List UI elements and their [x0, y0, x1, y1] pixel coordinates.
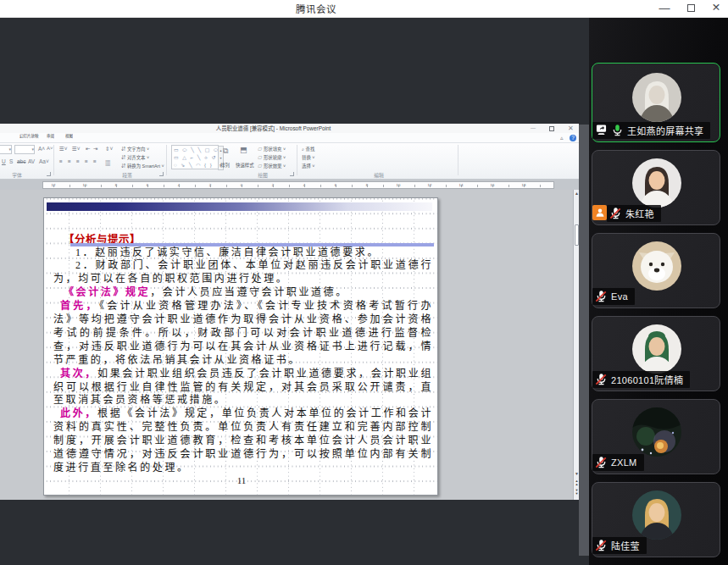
participant-avatar [632, 241, 681, 291]
ppt-tab-4[interactable]: 视图 [65, 133, 73, 138]
ppt-help-icon[interactable]: ? [570, 135, 576, 141]
ruler-tick [477, 185, 478, 187]
participant-tile-5[interactable]: ZXLM [592, 399, 720, 474]
align-left-icon[interactable]: ≡ [59, 158, 63, 164]
font-size-combo[interactable] [14, 145, 35, 154]
increase-indent-icon[interactable]: ⇥ [93, 146, 97, 152]
shape-button-3[interactable]: ▱ 形状效果 ˅ [258, 163, 286, 169]
edit-button-1[interactable]: ⌕ 查找 [302, 146, 314, 152]
ribbon-collapse-icon[interactable]: ▵ [560, 136, 567, 141]
participant-avatar [632, 158, 681, 208]
participant-label-row: 陆佳莹 [592, 537, 647, 554]
ribbon-dialog-launcher[interactable] [290, 172, 294, 176]
ruler-tick [414, 185, 415, 187]
ppt-minimize-button[interactable]: — [531, 124, 536, 133]
ppt-window-title: 人员职业道德 [兼容模式] - Microsoft PowerPoint [55, 125, 492, 132]
participant-label-row: ZXLM [592, 454, 644, 471]
columns-icon[interactable]: ▦ [105, 158, 111, 167]
mic-on-icon [611, 124, 624, 136]
participant-name-strip: Eva [592, 288, 635, 305]
distribute-icon[interactable]: ≡ [93, 158, 97, 164]
participant-tile-3[interactable]: Eva [592, 233, 720, 308]
align-right-icon[interactable]: ≡ [76, 158, 80, 164]
slide-paragraph-4: 首先，《会计从业资格管理办法》、《会计专业技术资格考试暂行办法》等均把遵守会计职… [53, 300, 433, 368]
ppt-ribbon-tabs: ▵ ? 动画幻灯片放映审阅视图 [0, 133, 579, 143]
ribbon-dialog-launcher[interactable] [159, 172, 164, 176]
ribbon-group-separator [458, 145, 458, 175]
shape-button-1[interactable]: ▱ 形状填充 ˅ [258, 146, 286, 152]
ppt-close-button[interactable]: ✕ [568, 124, 574, 133]
paragraph-button-1[interactable]: ⇵ 文字方向 ˅ [121, 146, 149, 152]
ruler-tick [258, 185, 258, 187]
char-spacing-icon[interactable]: AV [28, 158, 35, 164]
justify-icon[interactable]: ≡ [85, 158, 88, 164]
sidebar-divider[interactable] [579, 125, 589, 556]
strikethrough-icon[interactable]: abc [17, 158, 25, 164]
ruler-tick [446, 185, 447, 187]
window-close-button[interactable]: ✕ [705, 0, 727, 17]
ruler-tick [164, 185, 164, 187]
ppt-tab-2[interactable]: 幻灯片放映 [19, 133, 38, 138]
ribbon-group-separator [166, 145, 167, 175]
participant-name: 王如燕的屏幕共享 [627, 124, 703, 137]
ruler-tick [430, 185, 431, 187]
slide-lead-text: 《会计法》规定 [64, 286, 150, 298]
edit-button-2[interactable]: 替换 ˅ [302, 154, 314, 161]
ruler-tick [352, 185, 353, 187]
mic-muted-icon [595, 539, 608, 551]
participant-avatar [632, 490, 681, 540]
shapes-gallery[interactable]: ▭ ⬭ ╲ ╲ ▢ ⬭▭ △ ⌐ ╲ ⟡ ↺◌ ⇘ ╲ ◠ { }▴ ▾ ⊽ [171, 145, 219, 169]
window-minimize-button[interactable]: — [653, 0, 675, 17]
quick-styles-button[interactable]: 快速样式 [236, 162, 254, 169]
meeting-titlebar: 腾讯会议 — ✕ [0, 0, 728, 18]
underline-icon[interactable]: U [2, 158, 6, 164]
mic-muted-icon [595, 373, 608, 385]
ppt-tab-3[interactable]: 审阅 [47, 133, 54, 138]
shapes-gallery-row: ▭ △ ⌐ ╲ ⟡ ↺ [174, 154, 217, 161]
slide-paragraph-6: 此外，根据《会计法》规定，单位负责人对本单位的会计工作和会计资料的真实性、完整性… [53, 407, 433, 475]
paragraph-button-3[interactable]: ⇵ 转换为 SmartArt ˅ [121, 163, 164, 169]
slide-paragraph-5: 其次，如果会计职业组织会员违反了会计职业道德要求，会计职业组织可以根据行业自律性… [53, 368, 433, 408]
line-spacing-icon[interactable]: ⇕˅ [105, 146, 113, 152]
shrink-font-icon[interactable]: A˅ [47, 146, 53, 151]
ruler-tick [242, 185, 242, 187]
shared-screen-powerpoint-window: 人员职业道德 [兼容模式] - Microsoft PowerPoint — ✕… [0, 124, 579, 500]
participant-name-strip: ZXLM [592, 454, 644, 471]
participant-tile-1[interactable]: 王如燕的屏幕共享 [592, 63, 720, 142]
numbering-icon[interactable]: ☰˅ [72, 146, 81, 152]
ruler-tick [179, 185, 180, 187]
decrease-indent-icon[interactable]: ⇤ [86, 146, 90, 152]
scrollbar-thumb[interactable] [575, 224, 579, 246]
participant-tile-2[interactable]: 朱红艳 [592, 150, 720, 225]
grow-font-icon[interactable]: A˄ [38, 146, 45, 152]
ribbon-group-label-4: 编辑 [368, 171, 391, 179]
change-case-icon[interactable]: Aa˅ [39, 158, 49, 164]
font-name-combo[interactable] [0, 145, 12, 154]
arrange-icon[interactable]: ⧉ [223, 147, 228, 156]
participant-name: ZXLM [611, 457, 637, 468]
shadow-icon[interactable]: S [9, 158, 13, 164]
participant-tile-6[interactable]: 陆佳莹 [592, 482, 720, 557]
ppt-vertical-scrollbar[interactable]: ▲ ▼ ▲▲ ▼▼ [573, 190, 579, 500]
ribbon-dialog-launcher[interactable] [47, 172, 51, 176]
ruler-tick [336, 185, 336, 187]
bullets-icon[interactable]: ☰˅ [59, 146, 68, 152]
shape-button-2[interactable]: ▱ 形状轮廓 ˅ [258, 154, 286, 161]
edit-button-3[interactable]: 选择 ˅ [302, 163, 314, 169]
ruler-tick [398, 185, 399, 187]
participant-tile-4[interactable]: 21060101阮倩楠 [592, 316, 720, 391]
align-center-icon[interactable]: ≡ [68, 158, 71, 164]
ribbon-group-label-2: 段落 [116, 171, 139, 179]
ruler-tick [116, 185, 117, 187]
quick-styles-icon[interactable]: ⬒ [240, 146, 247, 154]
paragraph-button-2[interactable]: ⇵ 对齐文本 ˅ [121, 154, 149, 161]
window-maximize-button[interactable] [680, 0, 702, 17]
participant-name: Eva [611, 291, 628, 302]
maximize-icon [687, 4, 695, 12]
member-badge-icon [592, 205, 607, 220]
ppt-maximize-button[interactable] [549, 126, 554, 131]
arrange-button[interactable]: 排列 [220, 162, 230, 169]
ruler-tick [210, 185, 211, 187]
ruler-tick [289, 185, 290, 187]
participants-sidebar: 王如燕的屏幕共享朱红艳Eva21060101阮倩楠ZXLM陆佳莹 [589, 18, 728, 565]
